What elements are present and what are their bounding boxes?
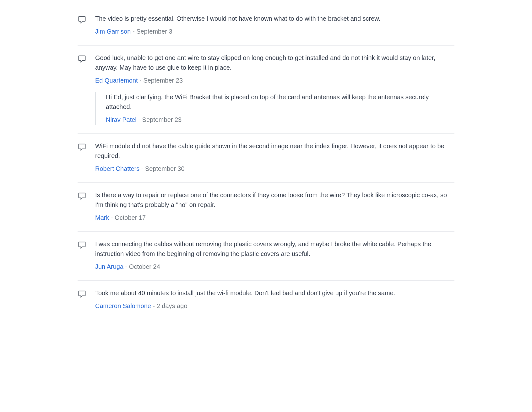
meta-separator: -: [138, 77, 144, 84]
comment-text: I was connecting the cables without remo…: [95, 239, 454, 259]
comment-meta: Jim Garrison - September 3: [95, 27, 454, 36]
comment-item: I was connecting the cables without remo…: [78, 232, 454, 281]
comment-text: The video is pretty essential. Otherwise…: [95, 14, 454, 24]
comment-meta: Cameron Salomone - 2 days ago: [95, 301, 454, 311]
comment-item: Is there a way to repair or replace one …: [78, 183, 454, 232]
comment-text: Took me about 40 minutes to install just…: [95, 288, 454, 298]
reply-item: Hi Ed, just clarifying, the WiFi Bracket…: [95, 92, 454, 125]
comment-item: The video is pretty essential. Otherwise…: [78, 6, 454, 46]
comment-text: Is there a way to repair or replace one …: [95, 190, 454, 210]
meta-separator: -: [151, 302, 157, 309]
comment-item: Took me about 40 minutes to install just…: [78, 281, 454, 320]
comment-date: September 23: [143, 77, 183, 84]
author-link[interactable]: Nirav Patel: [106, 116, 137, 123]
meta-separator: -: [131, 28, 136, 35]
comment-icon: [78, 239, 86, 272]
comment-meta: Robert Chatters - September 30: [95, 164, 454, 174]
author-link[interactable]: Cameron Salomone: [95, 302, 151, 309]
comment-date: September 3: [136, 28, 172, 35]
comment-icon: [78, 190, 86, 223]
comment-date: October 24: [129, 263, 160, 270]
comment-meta: Jun Aruga - October 24: [95, 262, 454, 272]
meta-separator: -: [137, 116, 142, 123]
comment-icon: [78, 14, 86, 36]
comment-icon: [78, 288, 86, 311]
comment-meta: Ed Quartemont - September 23: [95, 76, 454, 85]
author-link[interactable]: Jim Garrison: [95, 28, 131, 35]
comment-text: WiFi module did not have the cable guide…: [95, 141, 454, 161]
comment-list: The video is pretty essential. Otherwise…: [78, 6, 454, 320]
reply-meta: Nirav Patel - September 23: [106, 115, 454, 125]
comment-meta: Mark - October 17: [95, 213, 454, 223]
comment-icon: [78, 141, 86, 174]
comment-date: 2 days ago: [157, 302, 187, 309]
author-link[interactable]: Robert Chatters: [95, 165, 139, 172]
meta-separator: -: [123, 263, 129, 270]
meta-separator: -: [139, 165, 145, 172]
reply-date: September 23: [142, 116, 182, 123]
comment-text: Good luck, unable to get one ant wire to…: [95, 53, 454, 73]
comment-date: October 17: [115, 214, 146, 221]
meta-separator: -: [109, 214, 115, 221]
author-link[interactable]: Mark: [95, 214, 109, 221]
comment-icon: [78, 53, 86, 125]
author-link[interactable]: Jun Aruga: [95, 263, 123, 270]
comment-item: Good luck, unable to get one ant wire to…: [78, 46, 454, 134]
comment-date: September 30: [145, 165, 185, 172]
reply-text: Hi Ed, just clarifying, the WiFi Bracket…: [106, 92, 454, 112]
comment-item: WiFi module did not have the cable guide…: [78, 134, 454, 183]
author-link[interactable]: Ed Quartemont: [95, 77, 138, 84]
